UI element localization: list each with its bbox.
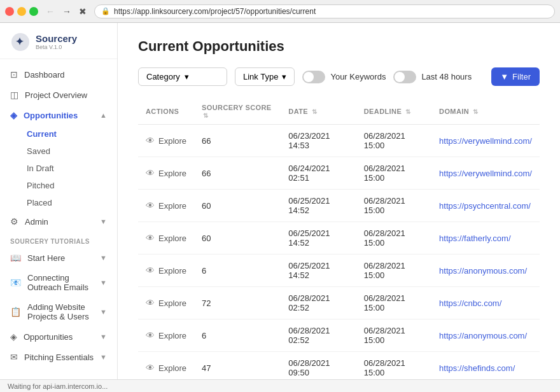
explore-button[interactable]: 👁 Explore bbox=[146, 298, 186, 308]
cell-deadline: 06/28/2021 15:00 bbox=[356, 190, 431, 222]
eye-icon: 👁 bbox=[146, 168, 155, 178]
app-container: ✦ Sourcery Beta V.1.0 ⊡ Dashboard ◫ Proj… bbox=[0, 23, 560, 379]
eye-icon: 👁 bbox=[146, 265, 155, 276]
category-label: Category bbox=[146, 72, 181, 81]
domain-link[interactable]: https://fatherly.com/ bbox=[439, 234, 510, 243]
sidebar-item-project-overview[interactable]: ◫ Project Overview bbox=[0, 85, 117, 105]
domain-link[interactable]: https://psychcentral.com/ bbox=[439, 201, 531, 211]
cell-domain: https://shefinds.com/ bbox=[431, 352, 540, 380]
subnav-item-saved[interactable]: Saved bbox=[0, 143, 117, 160]
cell-action: 👁 Explore bbox=[138, 222, 194, 255]
table-header-row: ACTIONS SOURCERY SCORE ⇅ DATE ⇅ DEADLINE… bbox=[138, 99, 540, 125]
cell-date: 06/25/2021 14:52 bbox=[281, 255, 356, 287]
category-dropdown[interactable]: Category ▾ bbox=[138, 67, 227, 86]
cell-score: 60 bbox=[194, 190, 281, 222]
cell-deadline: 06/28/2021 15:00 bbox=[356, 125, 431, 157]
explore-button[interactable]: 👁 Explore bbox=[146, 363, 186, 373]
table-row: 👁 Explore 47 06/28/2021 09:50 06/28/2021… bbox=[138, 352, 540, 380]
subnav-item-in-draft[interactable]: In Draft bbox=[0, 160, 117, 177]
col-score[interactable]: SOURCERY SCORE ⇅ bbox=[194, 99, 281, 125]
explore-button[interactable]: 👁 Explore bbox=[146, 233, 186, 243]
table-row: 👁 Explore 6 06/28/2021 02:52 06/28/2021 … bbox=[138, 319, 540, 352]
address-bar[interactable]: 🔒 https://app.linksourcery.com/project/5… bbox=[94, 4, 555, 18]
page-title: Current Opportunities bbox=[138, 38, 540, 55]
sidebar-item-label: Adding Website Projects & Users bbox=[27, 302, 94, 321]
logo-name: Sourcery bbox=[36, 34, 77, 45]
cell-domain: https://fatherly.com/ bbox=[431, 222, 540, 255]
sidebar-item-label: Pitching Essentials bbox=[24, 353, 94, 362]
table-body: 👁 Explore 66 06/23/2021 14:53 06/28/2021… bbox=[138, 125, 540, 380]
col-domain[interactable]: DOMAIN ⇅ bbox=[431, 99, 540, 125]
sidebar-item-adding-website[interactable]: 📋 Adding Website Projects & Users ▼ bbox=[0, 297, 117, 326]
sidebar-item-connecting-outreach[interactable]: 📧 Connecting Outreach Emails ▼ bbox=[0, 268, 117, 297]
domain-link[interactable]: https://shefinds.com/ bbox=[439, 363, 515, 373]
your-keywords-toggle[interactable] bbox=[302, 71, 325, 83]
cell-score: 66 bbox=[194, 125, 281, 157]
sidebar-item-label: Start Here bbox=[27, 253, 65, 263]
explore-label: Explore bbox=[158, 363, 186, 373]
cell-score: 6 bbox=[194, 255, 281, 287]
link-type-dropdown[interactable]: Link Type ▾ bbox=[235, 67, 295, 86]
domain-link[interactable]: https://verywellmind.com/ bbox=[439, 169, 532, 178]
tutorials-section-label: SOURCERY TUTORIALS bbox=[0, 232, 117, 248]
table-header: ACTIONS SOURCERY SCORE ⇅ DATE ⇅ DEADLINE… bbox=[138, 99, 540, 125]
sort-icon: ⇅ bbox=[203, 112, 208, 119]
domain-link[interactable]: https://cnbc.com/ bbox=[439, 298, 501, 308]
sort-icon: ⇅ bbox=[473, 108, 478, 115]
cell-domain: https://anonymous.com/ bbox=[431, 319, 540, 352]
cell-date: 06/23/2021 14:53 bbox=[281, 125, 356, 157]
table-row: 👁 Explore 66 06/24/2021 02:51 06/28/2021… bbox=[138, 157, 540, 190]
subnav-item-current[interactable]: Current bbox=[0, 125, 117, 143]
cell-deadline: 06/28/2021 15:00 bbox=[356, 222, 431, 255]
last-48h-toggle[interactable] bbox=[393, 71, 416, 83]
sidebar-item-start-here[interactable]: 📖 Start Here ▼ bbox=[0, 248, 117, 268]
domain-link[interactable]: https://verywellmind.com/ bbox=[439, 136, 532, 146]
col-deadline[interactable]: DEADLINE ⇅ bbox=[356, 99, 431, 125]
sidebar: ✦ Sourcery Beta V.1.0 ⊡ Dashboard ◫ Proj… bbox=[0, 23, 118, 379]
window-controls[interactable] bbox=[5, 7, 38, 16]
explore-button[interactable]: 👁 Explore bbox=[146, 330, 186, 340]
sidebar-item-dashboard[interactable]: ⊡ Dashboard bbox=[0, 64, 117, 85]
col-date[interactable]: DATE ⇅ bbox=[281, 99, 356, 125]
back-button[interactable]: ← bbox=[43, 5, 57, 18]
sidebar-item-admin[interactable]: ⚙ Admin ▼ bbox=[0, 211, 117, 232]
explore-button[interactable]: 👁 Explore bbox=[146, 265, 186, 276]
cell-deadline: 06/28/2021 15:00 bbox=[356, 157, 431, 190]
table-row: 👁 Explore 66 06/23/2021 14:53 06/28/2021… bbox=[138, 125, 540, 157]
close-button[interactable] bbox=[5, 7, 14, 16]
browser-chrome: ← → ✖ 🔒 https://app.linksourcery.com/pro… bbox=[0, 0, 560, 23]
cell-action: 👁 Explore bbox=[138, 157, 194, 190]
sidebar-item-pitching-essentials[interactable]: ✉ Pitching Essentials ▼ bbox=[0, 347, 117, 367]
lock-icon: 🔒 bbox=[101, 7, 110, 15]
domain-link[interactable]: https://anonymous.com/ bbox=[439, 331, 527, 340]
explore-button[interactable]: 👁 Explore bbox=[146, 168, 186, 178]
minimize-button[interactable] bbox=[17, 7, 26, 16]
filter-button[interactable]: ▼ Filter bbox=[491, 67, 540, 86]
eye-icon: 👁 bbox=[146, 330, 155, 340]
cell-score: 60 bbox=[194, 222, 281, 255]
opportunities-icon: ◈ bbox=[10, 110, 17, 120]
sort-icon: ⇅ bbox=[405, 108, 410, 115]
sidebar-item-opportunities[interactable]: ◈ Opportunities ▲ bbox=[0, 105, 117, 125]
last-48h-toggle-group: Last 48 hours bbox=[393, 71, 472, 83]
sidebar-item-opportunities-tut[interactable]: ◈ Opportunities ▼ bbox=[0, 326, 117, 347]
explore-button[interactable]: 👁 Explore bbox=[146, 136, 186, 146]
cell-score: 72 bbox=[194, 287, 281, 319]
reload-button[interactable]: ✖ bbox=[76, 5, 89, 18]
subnav-item-placed[interactable]: Placed bbox=[0, 194, 117, 211]
maximize-button[interactable] bbox=[29, 7, 38, 16]
cell-action: 👁 Explore bbox=[138, 319, 194, 352]
sidebar-item-label: Opportunities bbox=[24, 111, 78, 120]
domain-link[interactable]: https://anonymous.com/ bbox=[439, 266, 527, 276]
sort-icon: ⇅ bbox=[312, 108, 317, 115]
subnav-item-pitched[interactable]: Pitched bbox=[0, 177, 117, 194]
nav-arrows: ← → ✖ bbox=[43, 5, 89, 18]
chevron-down-icon: ▼ bbox=[100, 333, 107, 340]
cell-action: 👁 Explore bbox=[138, 287, 194, 319]
chevron-down-icon: ▼ bbox=[100, 218, 107, 225]
forward-button[interactable]: → bbox=[60, 5, 74, 18]
chevron-up-icon: ▲ bbox=[100, 111, 107, 119]
cell-date: 06/28/2021 02:52 bbox=[281, 319, 356, 352]
explore-button[interactable]: 👁 Explore bbox=[146, 200, 186, 211]
sidebar-item-label: Project Overview bbox=[25, 90, 87, 100]
